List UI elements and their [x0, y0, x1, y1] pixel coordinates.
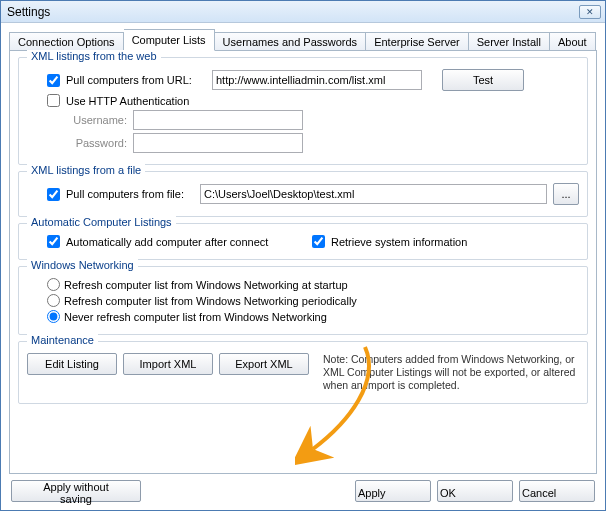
group-file: XML listings from a file Pull computers …: [18, 171, 588, 217]
radio-refresh-periodic-label: Refresh computer list from Windows Netwo…: [64, 295, 357, 307]
edit-listing-button[interactable]: Edit Listing: [27, 353, 117, 375]
radio-refresh-never-label: Never refresh computer list from Windows…: [64, 311, 327, 323]
retrieve-sysinfo-label: Retrieve system information: [331, 236, 467, 248]
tab-enterprise-server[interactable]: Enterprise Server: [366, 32, 469, 52]
auto-add-label: Automatically add computer after connect: [66, 236, 306, 248]
group-web: XML listings from the web Pull computers…: [18, 57, 588, 165]
group-web-legend: XML listings from the web: [27, 50, 161, 62]
browse-button[interactable]: ...: [553, 183, 579, 205]
group-auto: Automatic Computer Listings Automaticall…: [18, 223, 588, 260]
radio-refresh-never[interactable]: [47, 310, 60, 323]
tab-computer-lists[interactable]: Computer Lists: [124, 29, 215, 51]
window-title: Settings: [5, 5, 579, 19]
pull-from-file-label: Pull computers from file:: [66, 188, 194, 200]
pull-from-url-label: Pull computers from URL:: [66, 74, 206, 86]
apply-without-saving-button[interactable]: Apply without saving: [11, 480, 141, 502]
url-input[interactable]: [212, 70, 422, 90]
import-xml-button[interactable]: Import XML: [123, 353, 213, 375]
tab-server-install[interactable]: Server Install: [469, 32, 550, 52]
file-path-input[interactable]: [200, 184, 547, 204]
export-xml-button[interactable]: Export XML: [219, 353, 309, 375]
password-input[interactable]: [133, 133, 303, 153]
password-label: Password:: [69, 137, 127, 149]
titlebar: Settings ✕: [1, 1, 605, 23]
auto-add-checkbox[interactable]: [47, 235, 60, 248]
cancel-button[interactable]: Cancel: [519, 480, 595, 502]
tab-about[interactable]: About: [550, 32, 596, 52]
group-maintenance: Maintenance Edit Listing Import XML Expo…: [18, 341, 588, 404]
settings-window: Settings ✕ Connection Options Computer L…: [0, 0, 606, 511]
maintenance-note: Note: Computers added from Windows Netwo…: [315, 353, 579, 392]
http-auth-label: Use HTTP Authentication: [66, 95, 189, 107]
close-button[interactable]: ✕: [579, 5, 601, 19]
group-networking: Windows Networking Refresh computer list…: [18, 266, 588, 335]
pull-from-url-checkbox[interactable]: [47, 74, 60, 87]
group-maintenance-legend: Maintenance: [27, 334, 98, 346]
tab-connection-options[interactable]: Connection Options: [9, 32, 124, 52]
group-auto-legend: Automatic Computer Listings: [27, 216, 176, 228]
retrieve-sysinfo-checkbox[interactable]: [312, 235, 325, 248]
test-button[interactable]: Test: [442, 69, 524, 91]
http-auth-checkbox[interactable]: [47, 94, 60, 107]
tab-strip: Connection Options Computer Lists Userna…: [9, 29, 597, 51]
footer: Apply without saving Apply OK Cancel: [9, 474, 597, 504]
radio-refresh-startup-label: Refresh computer list from Windows Netwo…: [64, 279, 348, 291]
pull-from-file-checkbox[interactable]: [47, 188, 60, 201]
apply-button[interactable]: Apply: [355, 480, 431, 502]
tab-page-computer-lists: XML listings from the web Pull computers…: [9, 50, 597, 474]
radio-refresh-startup[interactable]: [47, 278, 60, 291]
group-file-legend: XML listings from a file: [27, 164, 145, 176]
radio-refresh-periodic[interactable]: [47, 294, 60, 307]
tab-usernames-passwords[interactable]: Usernames and Passwords: [215, 32, 367, 52]
ok-button[interactable]: OK: [437, 480, 513, 502]
username-input[interactable]: [133, 110, 303, 130]
username-label: Username:: [69, 114, 127, 126]
group-networking-legend: Windows Networking: [27, 259, 138, 271]
client-area: Connection Options Computer Lists Userna…: [1, 23, 605, 510]
